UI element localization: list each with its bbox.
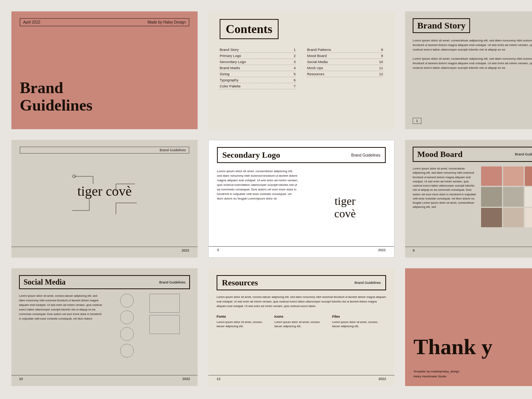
credit-line1: Template by madebyhaley_design	[413, 369, 532, 374]
contents-item: Mood Board9	[307, 53, 383, 59]
social-bottom-bar: 10 2022	[11, 375, 198, 381]
resources-col-fonts: Fonts Lorem ipsum dolor sit amet, conseo…	[217, 315, 271, 329]
resources-col-text-fonts: Lorem ipsum dolor sit amet, conseo-taeue…	[217, 320, 271, 329]
social-circle-1	[120, 294, 134, 307]
contents-item: Social Media10	[307, 59, 383, 65]
cover-title: Brand Guidelines	[20, 79, 92, 114]
card-brand-cover: April 2022 Made by Haley Design Brand Gu…	[11, 11, 198, 129]
social-circle-4	[120, 344, 134, 358]
card-contents: Contents Brand Story1 Primary Logo2 Seco…	[208, 11, 394, 129]
resources-col-icons: Icons Lorem ipsum dolor sit amet, conseo…	[274, 315, 328, 329]
resources-bottom-bar: 12 2022	[208, 375, 394, 381]
mood-title: Mood Board	[417, 149, 462, 159]
mood-cell-6	[525, 187, 532, 206]
secondary-logo-title: Secondary Logo	[222, 150, 280, 160]
secondary-logo-description: Lorem ipsum dolor-sit amet, consectetuer…	[217, 169, 298, 245]
social-year: 2022	[182, 375, 190, 381]
social-rect-2	[149, 315, 180, 334]
mood-header: Mood Board Brand Guidelines	[413, 147, 532, 162]
mood-page-num: 9	[413, 247, 415, 252]
social-circle-2	[120, 310, 134, 324]
contents-left: Brand Story1 Primary Logo2 Secondary Log…	[220, 47, 296, 89]
logo-year: 2022	[182, 247, 189, 252]
resources-col-text-files: Lorem ipsum dolor sit amet, conseo-taeue…	[332, 320, 386, 329]
social-page-num: 10	[19, 375, 23, 381]
mood-cell-5	[503, 187, 524, 206]
brand-story-title: Brand Story	[413, 18, 470, 33]
resources-page-num: 12	[217, 375, 220, 381]
social-mockups	[106, 294, 190, 358]
social-subtitle: Brand Guidelines	[159, 280, 185, 284]
thank-credit: Template by madebyhaley_design Haley Han…	[413, 369, 532, 379]
resources-header: Resources Brand Guidelines	[217, 275, 386, 290]
mood-cell-4	[481, 187, 502, 206]
cover-date: April 2022	[23, 20, 40, 24]
contents-item: Brand Story1	[220, 47, 296, 53]
resources-col-header-fonts: Fonts	[217, 315, 271, 318]
contents-grid: Brand Story1 Primary Logo2 Secondary Log…	[220, 47, 383, 89]
secondary-logo-page-num: 3	[217, 247, 219, 252]
secondary-logo-subtitle: Brand Guidelines	[351, 153, 380, 157]
card-secondary-logo: Secondary Logo Brand Guidelines Lorem ip…	[208, 140, 394, 258]
social-circle-3	[120, 327, 134, 341]
brand-story-para1: Lorem ipsum dolor sit amet, consectetuer…	[413, 38, 532, 52]
mood-color-grid	[481, 166, 532, 227]
social-description: Lorem ipsum dolor sit amet, conseo-taeue…	[19, 294, 103, 358]
card-resources: Resources Brand Guidelines Lorem ipsum d…	[208, 268, 394, 386]
contents-title: Contents	[220, 19, 279, 39]
contents-item: Secondary Logo3	[220, 59, 296, 65]
contents-item: Resources12	[307, 71, 383, 77]
mood-cell-1	[481, 166, 502, 186]
secondary-logo-bottom: 3 2022	[209, 246, 394, 252]
resources-col-files: Files Lorem ipsum dolor sit amet, conseo…	[332, 315, 386, 329]
main-grid: April 2022 Made by Haley Design Brand Gu…	[0, 0, 532, 399]
social-rectangles	[149, 294, 190, 358]
secondary-logo-display: tiger covè	[304, 169, 386, 245]
resources-col-text-icons: Lorem ipsum dolor sit amet, conseo-taeue…	[274, 320, 328, 329]
page-number: 1	[413, 118, 421, 124]
logo-area: tiger covè	[20, 154, 189, 230]
contents-item: Typography6	[220, 77, 296, 83]
logo-top-bar: Brand Guidelines	[20, 147, 189, 154]
thank-title: Thank y	[413, 336, 532, 358]
secondary-tiger-cove-logo: tiger covè	[334, 195, 356, 220]
secondary-logo-year: 2022	[378, 247, 386, 252]
resources-col-header-files: Files	[332, 315, 386, 318]
mood-cell-3	[525, 166, 532, 186]
social-title: Social Media	[24, 278, 66, 287]
mood-cell-7	[481, 208, 502, 227]
card-social-media: Social Media Brand Guidelines Lorem ipsu…	[11, 268, 198, 386]
brand-story-para2: Lorem ipsum dolor sit amet, consectetuer…	[413, 57, 532, 70]
contents-item: Brand Patterns8	[307, 47, 383, 53]
resources-subtitle: Brand Guidelines	[355, 281, 381, 285]
contents-item: Brand Marks4	[220, 65, 296, 71]
mood-subtitle: Brand Guidelines	[515, 152, 532, 156]
mood-description: Lorem ipsum dolor sit amet, consectetuer…	[413, 166, 477, 227]
contents-item: Color Palette7	[220, 83, 296, 89]
contents-item: Sizing5	[220, 71, 296, 77]
contents-right: Brand Patterns8 Mood Board9 Social Media…	[307, 47, 383, 89]
social-circles	[106, 294, 147, 358]
tiger-cove-logo-text: tiger covè	[78, 184, 132, 199]
mood-content: Lorem ipsum dolor sit amet, consectetuer…	[413, 166, 532, 227]
resources-title: Resources	[222, 278, 258, 288]
card-logo: Brand Guidelines tiger covè 2022	[11, 140, 198, 258]
contents-item: Mock Ups11	[307, 65, 383, 71]
secondary-logo-header: Secondary Logo Brand Guidelines	[217, 147, 386, 163]
mood-cell-9	[525, 208, 532, 227]
card-brand-story: Brand Story Lorem ipsum dolor sit amet, …	[405, 11, 532, 129]
mood-cell-8	[503, 208, 524, 227]
social-content: Lorem ipsum dolor sit amet, conseo-taeue…	[19, 294, 190, 358]
credit-line2: Haley Handmade Studio	[413, 374, 532, 379]
secondary-logo-content: Lorem ipsum dolor-sit amet, consectetuer…	[217, 169, 386, 245]
card-mood-board: Mood Board Brand Guidelines Lorem ipsum …	[405, 140, 532, 258]
resources-description: Lorem ipsum dolor sit amet, conseo-taeue…	[217, 295, 386, 309]
cover-made-by: Made by Haley Design	[147, 20, 186, 24]
mood-cell-2	[503, 166, 524, 186]
social-rect-1	[149, 294, 180, 313]
resources-year: 2022	[378, 375, 386, 381]
social-header: Social Media Brand Guidelines	[19, 275, 190, 289]
logo-top-label: Brand Guidelines	[160, 148, 186, 152]
contents-item: Primary Logo2	[220, 53, 296, 59]
card-thankyou: Thank y Template by madebyhaley_design H…	[405, 268, 532, 386]
